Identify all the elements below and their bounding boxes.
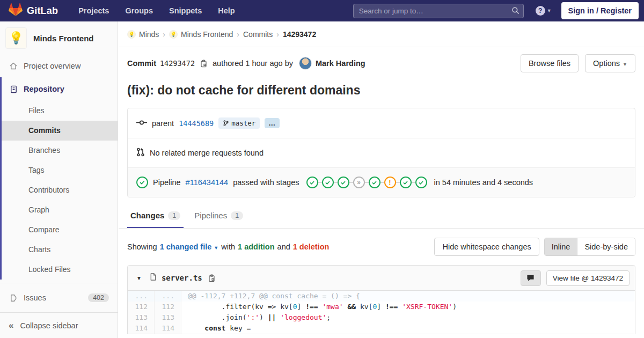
collapse-sidebar-label: Collapse sidebar <box>20 321 78 330</box>
sidebar-item-issues[interactable]: Issues 402 <box>0 286 118 309</box>
search-input[interactable] <box>353 4 524 18</box>
diff-code: ......@@ -112,7 +112,7 @@ const cache = … <box>128 291 635 334</box>
tab-label: Changes <box>130 211 164 220</box>
project-context[interactable]: 💡 Minds Frontend <box>0 21 118 55</box>
search-icon[interactable] <box>511 6 519 17</box>
sidebar-item-graph[interactable]: Graph <box>2 200 118 220</box>
inline-view-button[interactable]: Inline <box>545 238 577 255</box>
navbar-link-help[interactable]: Help <box>218 6 235 15</box>
pipeline-stage-success-icon[interactable] <box>369 177 380 188</box>
new-line-number[interactable]: ... <box>155 291 181 302</box>
view-mode-toggle: Inline Side-by-side <box>544 238 635 256</box>
tab-changes[interactable]: Changes 1 <box>127 205 184 228</box>
options-label: Options <box>593 59 620 68</box>
breadcrumb-item-14293472[interactable]: 14293472 <box>283 30 316 39</box>
diff-file-box: ▼ server.ts View file @ 14293472 ......@… <box>127 265 635 334</box>
chevron-down-icon: ▼ <box>547 8 552 13</box>
pipeline-row: Pipeline #116434144 passed with stages »… <box>128 167 635 197</box>
author-name[interactable]: Mark Harding <box>316 59 365 68</box>
pipeline-stage-success-icon[interactable] <box>322 177 334 188</box>
gitlab-tanuki-icon <box>9 3 23 19</box>
sidebar-item-charts[interactable]: Charts <box>2 240 118 260</box>
changed-files-label: 1 changed file <box>160 243 212 251</box>
breadcrumb-label: Minds <box>139 30 159 39</box>
navbar-link-groups[interactable]: Groups <box>125 6 153 15</box>
stage-connector <box>412 182 415 183</box>
sidebar-item-commits[interactable]: Commits <box>2 121 118 141</box>
navbar-link-snippets[interactable]: Snippets <box>169 6 202 15</box>
navbar-link-projects[interactable]: Projects <box>78 6 109 15</box>
pipeline-id-link[interactable]: #116434144 <box>186 178 229 187</box>
sidebar-item-locked-files[interactable]: Locked Files <box>2 260 118 280</box>
sidebar-item-contributors[interactable]: Contributors <box>2 180 118 200</box>
navbar-menu-item: Snippets <box>169 6 202 16</box>
pipeline-stage-warning-icon[interactable]: ! <box>384 177 396 188</box>
expand-refs-button[interactable]: … <box>265 118 280 128</box>
file-name[interactable]: server.ts <box>162 274 202 282</box>
pipeline-stage-success-icon[interactable] <box>306 177 318 188</box>
stage-connector <box>349 182 353 183</box>
diff-line: ......@@ -112,7 +112,7 @@ const cache = … <box>128 291 635 302</box>
skipped-glyph: » <box>357 179 361 186</box>
pipeline-stage-success-icon[interactable] <box>338 177 349 188</box>
sign-in-register-button[interactable]: Sign in / Register <box>561 2 639 19</box>
sidebar-item-tags[interactable]: Tags <box>2 160 118 180</box>
old-line-number[interactable]: ... <box>128 291 155 302</box>
toggle-comments-button[interactable] <box>521 270 541 286</box>
new-line-number[interactable]: 114 <box>155 323 181 334</box>
with-label: with <box>221 243 235 251</box>
copy-sha-button[interactable] <box>199 60 209 68</box>
parent-label: parent <box>152 119 174 128</box>
old-line-number[interactable]: 112 <box>128 302 155 312</box>
diff-line-content: @@ -112,7 +112,7 @@ const cache = () => … <box>181 291 635 302</box>
breadcrumb-separator: › <box>237 30 239 39</box>
breadcrumb-label: Commits <box>243 30 273 39</box>
browse-files-button[interactable]: Browse files <box>521 54 579 72</box>
old-line-number[interactable]: 113 <box>128 312 155 323</box>
tab-pipelines[interactable]: Pipelines 1 <box>191 205 246 228</box>
navbar-menu: ProjectsGroupsSnippetsHelp <box>78 6 235 16</box>
issues-count-badge: 402 <box>88 293 109 302</box>
sidebar-item-repository[interactable]: Repository <box>2 77 118 101</box>
sidebar-item-branches[interactable]: Branches <box>2 141 118 160</box>
comment-icon <box>526 274 535 282</box>
commit-info-box: parent 14445689 master … No related merg… <box>127 108 635 197</box>
breadcrumb-item-minds-frontend[interactable]: 💡Minds Frontend <box>169 30 233 39</box>
branch-badge[interactable]: master <box>218 117 260 129</box>
help-menu[interactable]: ? ▼ <box>536 6 552 16</box>
breadcrumb-item-commits[interactable]: Commits <box>243 30 273 39</box>
stage-connector <box>334 182 338 183</box>
navbar-menu-item: Help <box>218 6 235 16</box>
copy-file-path-button[interactable] <box>207 274 217 282</box>
commit-icon <box>136 119 147 128</box>
repository-subnav: FilesCommitsBranchesTagsContributorsGrap… <box>2 101 118 280</box>
copy-icon <box>200 60 208 68</box>
collapse-file-caret-icon[interactable]: ▼ <box>133 275 145 281</box>
sidebar-item-compare[interactable]: Compare <box>2 220 118 240</box>
parent-sha-link[interactable]: 14445689 <box>179 119 214 128</box>
breadcrumb-item-minds[interactable]: 💡Minds <box>127 30 159 39</box>
new-line-number[interactable]: 112 <box>155 302 181 312</box>
diff-line-content: const key = <box>181 323 635 334</box>
pipeline-status-icon[interactable] <box>136 177 148 188</box>
options-dropdown-button[interactable]: Options▼ <box>585 54 635 72</box>
gitlab-logo[interactable]: GitLab <box>9 3 58 19</box>
sidebar-item-files[interactable]: Files <box>2 101 118 121</box>
pipeline-stage-skipped-icon[interactable]: » <box>353 177 365 188</box>
new-line-number[interactable]: 113 <box>155 312 181 323</box>
merge-request-row: No related merge requests found <box>128 138 635 167</box>
old-line-number[interactable]: 114 <box>128 323 155 334</box>
pipeline-stage-success-icon[interactable] <box>415 177 427 188</box>
side-by-side-view-button[interactable]: Side-by-side <box>577 238 635 255</box>
commit-label: Commit <box>127 59 156 68</box>
changed-files-dropdown[interactable]: 1 changed file ▼ <box>160 243 219 251</box>
view-file-button[interactable]: View file @ 14293472 <box>546 270 630 286</box>
pipeline-stage-success-icon[interactable] <box>400 177 412 188</box>
sidebar-item-label: Project overview <box>24 62 80 70</box>
author-avatar[interactable] <box>299 57 312 70</box>
sidebar-item-project-overview[interactable]: Project overview <box>0 55 118 77</box>
authored-text: authored 1 hour ago by <box>213 59 293 68</box>
brand-name: GitLab <box>27 5 58 17</box>
collapse-sidebar-button[interactable]: « Collapse sidebar <box>0 312 118 338</box>
hide-whitespace-button[interactable]: Hide whitespace changes <box>434 238 539 256</box>
